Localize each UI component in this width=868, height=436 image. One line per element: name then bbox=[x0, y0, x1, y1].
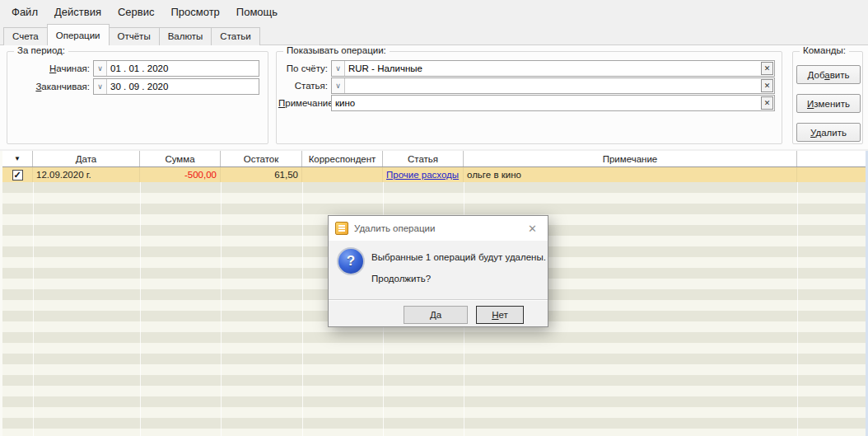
account-input[interactable] bbox=[345, 61, 760, 76]
tab-operations[interactable]: Операции bbox=[47, 24, 110, 45]
dialog-title-bar: Удалить операции ✕ bbox=[329, 216, 548, 241]
note-clear-button[interactable]: ✕ bbox=[761, 96, 773, 110]
note-input[interactable] bbox=[332, 96, 760, 110]
start-date-input[interactable] bbox=[107, 61, 259, 76]
dialog-confirm-question: Продолжить? bbox=[371, 274, 431, 284]
filter-dropdown-icon: ▼ bbox=[14, 155, 21, 162]
category-input[interactable] bbox=[345, 78, 760, 93]
show-operations-groupbox: Показывать операции: По счёту: ∨ ✕ Стать… bbox=[276, 51, 782, 144]
chevron-down-icon: ∨ bbox=[97, 82, 103, 91]
clear-icon: ✕ bbox=[764, 99, 771, 107]
account-label: По счёту: bbox=[278, 63, 331, 73]
end-date-dropdown-button[interactable]: ∨ bbox=[94, 79, 107, 94]
add-button[interactable]: Добавить bbox=[796, 65, 861, 84]
chevron-down-icon: ∨ bbox=[335, 82, 341, 90]
period-group-title: За период: bbox=[14, 45, 68, 55]
account-clear-button[interactable]: ✕ bbox=[761, 62, 773, 75]
account-dropdown-button[interactable]: ∨ bbox=[332, 61, 345, 76]
commands-groupbox: Команды: Добавить Изменить Удалить bbox=[792, 51, 863, 144]
show-group-title: Показывать операции: bbox=[283, 45, 390, 55]
tab-categories[interactable]: Статьи bbox=[211, 27, 259, 45]
filter-panel: За период: Начиная: ∨ Заканчивая: ∨ Пока… bbox=[0, 45, 868, 149]
dialog-no-button[interactable]: Нет bbox=[476, 306, 524, 324]
question-icon: ? bbox=[337, 247, 365, 275]
clear-icon: ✕ bbox=[764, 82, 771, 90]
cell-note: ольге в кино bbox=[464, 167, 797, 182]
tab-reports[interactable]: Отчёты bbox=[109, 27, 160, 45]
cell-date: 12.09.2020 г. bbox=[33, 167, 140, 182]
end-date-label: Заканчивая: bbox=[12, 82, 93, 91]
delete-button[interactable]: Удалить bbox=[796, 123, 861, 142]
menu-item-file[interactable]: Файл bbox=[3, 2, 46, 22]
cell-extra bbox=[797, 167, 866, 182]
column-header-note[interactable]: Примечание bbox=[464, 151, 797, 166]
category-dropdown-button[interactable]: ∨ bbox=[332, 78, 345, 93]
category-label: Статья: bbox=[278, 81, 331, 91]
delete-dialog: Удалить операции ✕ ? Выбранные 1 операци… bbox=[328, 215, 548, 327]
app-icon bbox=[335, 222, 348, 235]
column-header-correspondent[interactable]: Корреспондент bbox=[302, 151, 383, 166]
dialog-body: ? Выбранные 1 операций будут удалены. Пр… bbox=[329, 241, 548, 326]
column-header-extra bbox=[797, 151, 866, 166]
end-date-input[interactable] bbox=[107, 79, 259, 94]
dialog-message: Выбранные 1 операций будут удалены. bbox=[371, 252, 546, 262]
menu-bar: Файл Действия Сервис Просмотр Помощь bbox=[0, 0, 868, 23]
chevron-down-icon: ∨ bbox=[97, 64, 103, 73]
tab-accounts[interactable]: Счета bbox=[3, 27, 48, 45]
dialog-title: Удалить операции bbox=[354, 223, 524, 233]
start-date-dropdown-button[interactable]: ∨ bbox=[94, 61, 107, 76]
cell-balance: 61,50 bbox=[221, 167, 302, 182]
dialog-separator bbox=[329, 299, 548, 301]
start-date-label: Начиная: bbox=[12, 63, 93, 73]
column-header-balance[interactable]: Остаток bbox=[221, 151, 302, 166]
dialog-close-button[interactable]: ✕ bbox=[524, 222, 541, 236]
row-checkbox[interactable]: ✓ bbox=[12, 170, 23, 180]
table-row[interactable]: ✓ 12.09.2020 г. -500,00 61,50 Прочие рас… bbox=[2, 167, 866, 182]
menu-item-service[interactable]: Сервис bbox=[110, 2, 163, 22]
cell-correspondent bbox=[302, 167, 383, 182]
edit-button[interactable]: Изменить bbox=[796, 94, 861, 113]
category-link[interactable]: Прочие расходы bbox=[386, 170, 459, 180]
commands-group-title: Команды: bbox=[800, 45, 849, 55]
note-label: Примечание: bbox=[278, 98, 331, 108]
menu-item-view[interactable]: Просмотр bbox=[162, 2, 227, 22]
table-header-row: ▼ Дата Сумма Остаток Корреспондент Стать… bbox=[2, 151, 866, 167]
cell-amount: -500,00 bbox=[140, 167, 221, 182]
clear-icon: ✕ bbox=[764, 64, 771, 73]
select-all-filter-header[interactable]: ▼ bbox=[2, 151, 33, 166]
column-header-date[interactable]: Дата bbox=[33, 151, 140, 166]
tab-currencies[interactable]: Валюты bbox=[159, 27, 212, 45]
dialog-yes-button[interactable]: Да bbox=[404, 306, 468, 324]
column-header-category[interactable]: Статья bbox=[383, 151, 464, 166]
close-icon: ✕ bbox=[528, 223, 537, 235]
column-header-amount[interactable]: Сумма bbox=[140, 151, 221, 166]
tab-bar: Счета Операции Отчёты Валюты Статьи bbox=[3, 25, 259, 45]
chevron-down-icon: ∨ bbox=[335, 64, 341, 73]
menu-item-actions[interactable]: Действия bbox=[46, 2, 110, 22]
menu-item-help[interactable]: Помощь bbox=[228, 2, 286, 22]
category-clear-button[interactable]: ✕ bbox=[761, 79, 773, 92]
period-groupbox: За период: Начиная: ∨ Заканчивая: ∨ bbox=[7, 51, 268, 144]
